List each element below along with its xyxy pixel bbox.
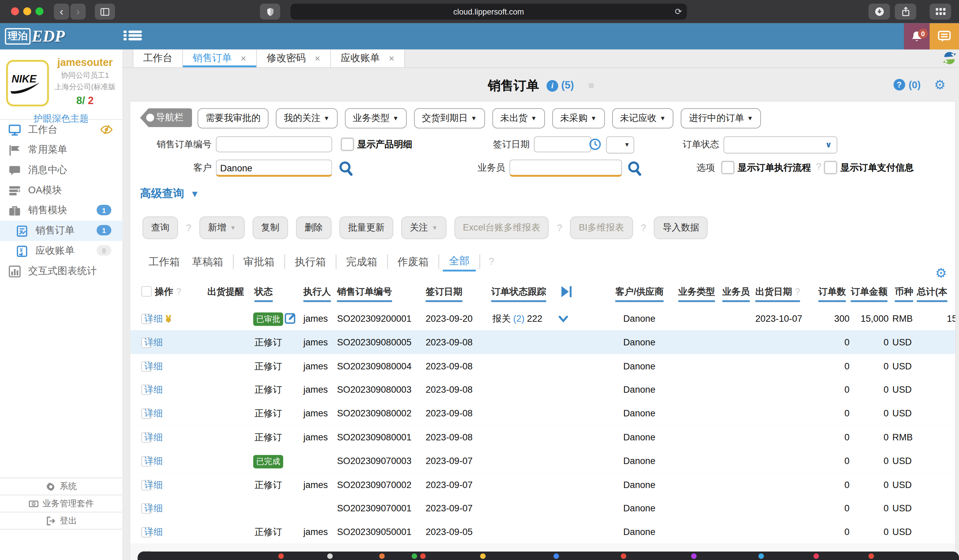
detail-link[interactable]: 详细 [144,425,162,449]
info-count[interactable]: (5) [561,80,574,92]
messages-button[interactable] [930,23,959,50]
help-icon[interactable]: ? [894,79,905,90]
settings-gear-icon[interactable]: ⚙ [934,78,945,91]
col-执行人[interactable]: 执行人 [303,286,331,302]
col-客户/供应商[interactable]: 客户/供应商 [615,286,664,302]
col-业务员[interactable]: 业务员 [722,286,750,302]
sidebar-item-销售模块[interactable]: 销售模块1 [0,200,123,221]
tab-修改密码[interactable]: 修改密码✕ [257,50,331,67]
close-window-button[interactable] [11,8,19,16]
dock-app-icon[interactable] [621,553,626,558]
detail-link[interactable]: 详细 [144,354,162,378]
help-icon[interactable]: ? [795,286,800,297]
table-settings-gear-icon[interactable]: ⚙ [935,267,947,280]
help-icon[interactable]: ? [640,223,646,234]
filter-业务类型[interactable]: 业务类型▼ [345,108,407,129]
sidebar-item-消息中心[interactable]: 消息中心 [0,160,123,180]
help-icon[interactable]: ? [186,223,191,234]
box-tab-完成箱[interactable]: 完成箱 [340,253,383,270]
dock-app-icon[interactable] [813,553,819,558]
detail-link[interactable]: 详细 [144,401,162,425]
salesman-search-icon[interactable] [627,160,643,176]
clock-icon[interactable] [589,138,601,150]
box-tabs-help-icon[interactable]: ? [489,256,494,267]
detail-link[interactable]: 详细 [144,520,162,544]
col-状态[interactable]: 状态 [255,286,273,302]
col-出货日期[interactable]: 出货日期? [755,286,800,302]
filter-未采购[interactable]: 未采购▼ [552,108,604,129]
info-icon[interactable]: i [546,80,558,91]
action-查询[interactable]: 查询 [143,216,178,239]
show-detail-checkbox[interactable] [341,138,354,151]
action-关注[interactable]: 关注▼ [401,216,446,239]
show-pay-checkbox[interactable] [824,161,837,174]
filter-未出货[interactable]: 未出货▼ [492,108,545,129]
share-button[interactable] [895,4,916,20]
action-删除[interactable]: 删除 [296,216,331,239]
box-tab-执行箱[interactable]: 执行箱 [289,253,332,270]
show-flow-help-icon[interactable]: ? [816,162,821,173]
dock-app-icon[interactable] [379,553,385,558]
notifications-button[interactable]: 0 [904,23,930,50]
filter-我的关注[interactable]: 我的关注▼ [276,108,338,129]
tab-工作台[interactable]: 工作台 [133,50,183,67]
sync-icon[interactable] [942,51,957,66]
forward-button[interactable]: › [70,4,86,20]
dock-app-icon[interactable] [278,553,284,558]
close-icon[interactable]: ✕ [389,54,395,62]
box-tab-草稿箱[interactable]: 草稿箱 [186,253,229,270]
select-all-checkbox[interactable] [141,286,152,297]
filter-未记应收[interactable]: 未记应收▼ [612,108,674,129]
app-logo[interactable]: 理泊 EDP [5,27,65,46]
play-bar-icon[interactable] [560,285,572,298]
tab-应收账单[interactable]: 应收账单✕ [331,50,405,67]
reload-icon[interactable]: ⟳ [675,7,682,17]
box-tab-作废箱[interactable]: 作废箱 [392,253,435,270]
action-导入数据[interactable]: 导入数据 [654,216,708,239]
filter-交货到期日[interactable]: 交货到期日▼ [414,108,485,129]
col-订单数[interactable]: 订单数 [818,286,846,302]
box-tab-工作箱[interactable]: 工作箱 [143,253,186,270]
url-bar[interactable]: cloud.lippersoft.com ⟳ [290,4,687,20]
macos-dock[interactable] [138,552,959,560]
show-flow-checkbox[interactable] [721,161,734,174]
order-no-input[interactable] [216,136,332,152]
sidebar-toggle-button[interactable] [95,4,115,20]
action-批量更新[interactable]: 批量更新 [339,216,393,239]
menu-list-button[interactable] [123,29,142,44]
dock-app-icon[interactable] [868,553,874,558]
col-总计(本[interactable]: 总计(本 [917,286,947,302]
nav-bar-toggle[interactable]: 导航栏 [140,108,192,127]
sidebar-item-交互式图表统计[interactable]: 交互式图表统计 [0,261,123,282]
action-复制[interactable]: 复制 [253,216,288,239]
detail-link[interactable]: 详细 [144,330,162,354]
dock-app-icon[interactable] [420,553,425,558]
salesman-input[interactable] [510,159,622,177]
close-icon[interactable]: ✕ [314,54,320,62]
sign-date-input[interactable] [534,136,591,152]
detail-link[interactable]: 详细 [144,306,162,330]
tab-销售订单[interactable]: 销售订单✕ [183,50,257,67]
detail-link[interactable]: 详细 [144,496,162,520]
col-业务类型[interactable]: 业务类型 [679,286,715,302]
dock-app-icon[interactable] [412,553,417,558]
advanced-query[interactable]: 高级查询 ▼ [140,186,199,200]
downloads-button[interactable] [868,4,890,20]
collapse-handle[interactable] [588,83,593,88]
sidebar-item-销售订单[interactable]: 销售订单1 [0,221,123,241]
close-icon[interactable]: ✕ [241,54,247,62]
col-签订日期[interactable]: 签订日期 [425,286,462,302]
help-icon[interactable]: ? [176,286,181,297]
expand-chevron-icon[interactable] [558,314,568,322]
order-status-select[interactable]: ∨ [723,136,837,153]
customer-search-icon[interactable] [338,160,354,176]
box-tab-全部[interactable]: 全部 [443,252,476,271]
privacy-shield-button[interactable] [260,4,280,20]
detail-link[interactable]: 详细 [144,377,162,401]
customer-input[interactable] [216,159,332,177]
col-订单状态跟踪[interactable]: 订单状态跟踪 [491,286,546,302]
sidebar-item-应收账单[interactable]: ¥应收账单0 [0,241,123,261]
help-count[interactable]: (0) [909,79,921,90]
sidebar-item-常用菜单[interactable]: 常用菜单 [0,140,123,160]
dock-app-icon[interactable] [758,553,764,558]
